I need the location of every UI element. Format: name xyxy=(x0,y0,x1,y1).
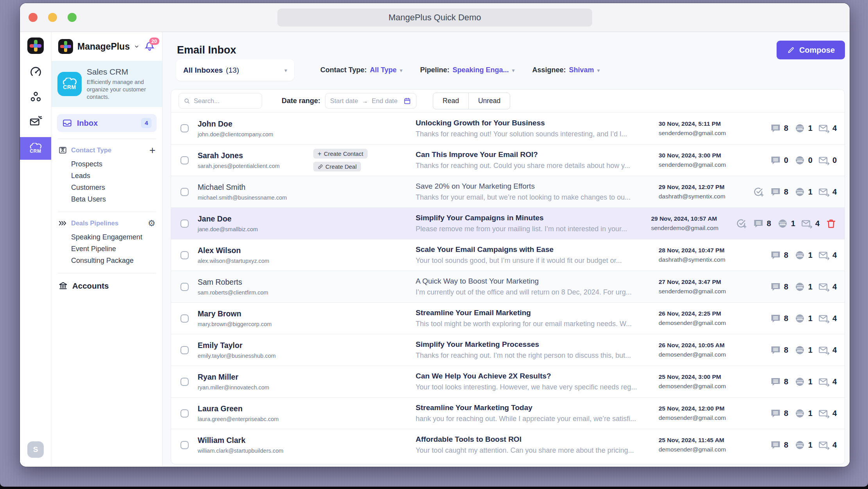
email-checkbox[interactable] xyxy=(180,251,189,259)
email-checkbox[interactable] xyxy=(180,283,189,291)
contact-type-item[interactable]: Beta Users xyxy=(57,193,157,205)
email-sender-account: demosender@gmail.com xyxy=(659,351,743,358)
sales-crm-card[interactable]: CRM Sales CRM Efficiently manage and org… xyxy=(52,61,162,107)
main-content: Email Inbox Compose All Inboxes (13) ▾ C… xyxy=(163,32,850,466)
contact-type-filter[interactable]: Contact Type: All Type ▾ xyxy=(320,66,402,74)
email-row[interactable]: William Clark william.clark@startupbuild… xyxy=(171,429,845,460)
add-task-icon[interactable] xyxy=(753,186,764,198)
contacts-group-icon[interactable] xyxy=(29,90,42,103)
web-count: 0 xyxy=(808,156,813,165)
email-subject: Simplify Your Marketing Processes xyxy=(416,340,645,349)
date-range-label: Date range: xyxy=(282,97,320,105)
replies-count: 8 xyxy=(784,377,788,386)
sidebar-item-accounts[interactable]: Accounts xyxy=(57,280,157,291)
forwards-count: 4 xyxy=(832,282,837,291)
email-from-name: Emily Taylor xyxy=(198,341,313,350)
delete-icon[interactable] xyxy=(825,218,837,229)
contact-type-item[interactable]: Leads xyxy=(57,170,157,182)
svg-text:www: www xyxy=(797,412,802,414)
pipelines-item[interactable]: Speaking Engagement xyxy=(57,231,157,243)
quick-action-chips: +Create ContactCreate Deal xyxy=(313,149,416,171)
email-checkbox[interactable] xyxy=(180,124,189,132)
email-from-name: Ryan Miller xyxy=(198,373,313,382)
email-checkbox[interactable] xyxy=(180,409,189,418)
sidebar-item-inbox[interactable]: Inbox 4 xyxy=(57,114,157,132)
email-row[interactable]: Jane Doe jane.doe@smallbiz.com Simplify … xyxy=(171,207,845,239)
plus-icon: + xyxy=(318,151,321,157)
mail-forward-icon xyxy=(818,250,830,261)
minimize-button[interactable] xyxy=(48,13,57,22)
email-row[interactable]: Emily Taylor emily.taylor@businesshub.co… xyxy=(171,334,845,366)
email-row[interactable]: Sarah Jones sarah.jones@potentialclient.… xyxy=(171,144,845,176)
web-count: 1 xyxy=(808,124,813,133)
email-preview: Thanks for reaching out. I’m not the rig… xyxy=(416,352,645,360)
fullscreen-button[interactable] xyxy=(68,13,77,22)
email-row[interactable]: John Doe john.doe@clientcompany.com Unlo… xyxy=(171,112,845,144)
pencil-icon xyxy=(787,46,795,54)
email-checkbox[interactable] xyxy=(180,314,189,323)
compose-button[interactable]: Compose xyxy=(777,41,845,59)
user-avatar[interactable]: S xyxy=(27,441,44,458)
unread-filter-button[interactable]: Unread xyxy=(468,93,510,109)
email-preview: Thanks for your email, but we’re not loo… xyxy=(416,193,645,202)
email-sender-account: demosender@gmail.com xyxy=(659,383,743,390)
start-date-placeholder: Start date xyxy=(330,97,358,105)
read-filter-button[interactable]: Read xyxy=(433,93,469,109)
bank-icon xyxy=(58,281,68,291)
email-date: 29 Nov, 2024, 12:07 PM xyxy=(659,184,743,191)
email-checkbox[interactable] xyxy=(180,220,189,228)
date-range-input[interactable]: Start date → End date xyxy=(325,93,416,109)
email-row[interactable]: Mary Brown mary.brown@biggercorp.com Str… xyxy=(171,302,845,334)
email-row[interactable]: Ryan Miller ryan.miller@innovatech.com C… xyxy=(171,366,845,397)
contact-type-section-label: Contact Type xyxy=(71,146,111,154)
email-checkbox[interactable] xyxy=(180,346,189,354)
email-campaign-icon[interactable] xyxy=(29,115,42,128)
email-from-address: alex.wilson@startupxyz.com xyxy=(198,258,313,264)
email-from-name: Mary Brown xyxy=(198,309,313,318)
close-button[interactable] xyxy=(29,13,38,22)
pipelines-item[interactable]: Event Pipeline xyxy=(57,243,157,255)
inbox-selector-dropdown[interactable]: All Inboxes (13) ▾ xyxy=(176,59,294,81)
notifications-button[interactable]: 20 xyxy=(144,41,155,52)
email-row[interactable]: Sam Roberts sam.roberts@clientfirm.com A… xyxy=(171,271,845,302)
rail-item-crm-active[interactable]: CRM xyxy=(20,137,51,160)
mail-forward-icon xyxy=(818,439,830,451)
email-subject: Save 20% on Your Marketing Efforts xyxy=(416,182,645,191)
email-row[interactable]: Michael Smith michael.smith@businessname… xyxy=(171,176,845,207)
notification-count-badge: 20 xyxy=(149,37,159,45)
assignee-filter[interactable]: Assignee: Shivam ▾ xyxy=(532,66,600,74)
email-row[interactable]: Laura Green laura.green@enterpriseabc.co… xyxy=(171,397,845,429)
email-checkbox[interactable] xyxy=(180,156,189,164)
chevron-down-icon[interactable] xyxy=(134,43,139,50)
web-count: 1 xyxy=(808,314,813,323)
create-deal-chip[interactable]: Create Deal xyxy=(313,162,361,171)
email-subject: Scale Your Email Campaigns with Ease xyxy=(416,245,645,254)
contact-type-item[interactable]: Prospects xyxy=(57,158,157,170)
pipelines-item[interactable]: Consulting Package xyxy=(57,255,157,266)
email-list-card: Date range: Start date → End date Read U… xyxy=(171,89,845,464)
svg-text:www: www xyxy=(797,349,802,351)
chat-icon xyxy=(753,218,764,229)
dashboard-icon[interactable] xyxy=(29,66,42,79)
contact-type-item[interactable]: Customers xyxy=(57,182,157,193)
web-count: 1 xyxy=(808,346,813,355)
app-logo-icon[interactable] xyxy=(27,37,44,54)
search-input[interactable] xyxy=(194,97,257,105)
inbox-icon xyxy=(62,118,72,128)
chevron-down-icon: ▾ xyxy=(400,67,402,73)
add-task-icon[interactable] xyxy=(736,218,747,229)
divider xyxy=(58,273,156,273)
search-box[interactable] xyxy=(179,93,262,109)
gear-icon[interactable]: ⚙ xyxy=(148,220,155,227)
email-checkbox[interactable] xyxy=(180,441,189,449)
add-contact-type-button[interactable]: + xyxy=(149,146,155,154)
email-row[interactable]: Alex Wilson alex.wilson@startupxyz.com S… xyxy=(171,239,845,271)
web-count: 1 xyxy=(808,187,813,196)
create-contact-chip[interactable]: +Create Contact xyxy=(313,149,368,159)
accounts-label: Accounts xyxy=(72,281,109,291)
email-checkbox[interactable] xyxy=(180,188,189,196)
email-from-address: michael.smith@businessname.com xyxy=(198,195,313,201)
pipeline-filter[interactable]: Pipeline: Speaking Enga... ▾ xyxy=(420,66,514,74)
mail-forward-icon xyxy=(818,155,830,166)
email-checkbox[interactable] xyxy=(180,378,189,386)
